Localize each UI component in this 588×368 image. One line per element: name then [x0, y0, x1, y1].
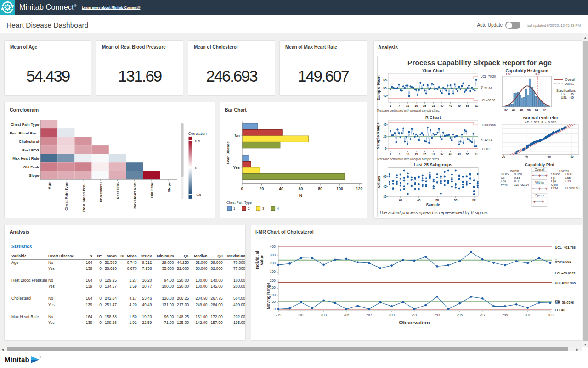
svg-text:31: 31: [432, 104, 435, 107]
svg-text:61: 61: [475, 104, 478, 107]
svg-text:20: 20: [383, 135, 387, 138]
svg-text:LSL: LSL: [506, 72, 511, 76]
svg-text:Last 25 Subgroups: Last 25 Subgroups: [414, 162, 452, 167]
svg-text:The actual process spread is r: The actual process spread is represented…: [379, 210, 488, 215]
svg-text:48: 48: [520, 108, 523, 112]
svg-text:0: 0: [274, 307, 276, 311]
svg-text:20: 20: [502, 155, 506, 158]
svg-text:Process Capability Sixpack Rep: Process Capability Sixpack Report for Ag…: [407, 59, 552, 67]
svg-text:80: 80: [318, 186, 322, 191]
svg-text:60: 60: [383, 175, 387, 178]
svg-text:Tests are performed with unequ: Tests are performed with unequal sample …: [377, 109, 440, 112]
svg-text:0.39: 0.39: [514, 179, 520, 183]
svg-text:LCL=89.6197: LCL=89.6197: [555, 271, 575, 275]
svg-text:40: 40: [279, 186, 283, 191]
svg-text:60: 60: [299, 186, 303, 191]
svg-text:301: 301: [525, 313, 531, 317]
svg-text:N: N: [299, 193, 303, 198]
svg-text:UCL=403.766: UCL=403.766: [555, 245, 576, 250]
svg-text:0: 0: [241, 186, 243, 191]
svg-text:299: 299: [502, 313, 508, 317]
svg-text:Minitab: Minitab: [5, 356, 29, 363]
svg-text:137752.64: 137752.64: [514, 183, 529, 186]
svg-text:Slope: Slope: [167, 182, 171, 192]
svg-text:7: 7: [398, 152, 400, 156]
svg-text:400: 400: [270, 245, 276, 249]
svg-text:35: 35: [570, 92, 574, 95]
svg-text:100: 100: [336, 186, 343, 191]
svg-text:*: *: [565, 183, 566, 186]
svg-text:50: 50: [435, 198, 439, 201]
svg-text:Observation: Observation: [399, 320, 430, 325]
svg-text:Sample Mean: Sample Mean: [376, 75, 381, 100]
svg-text:USL: USL: [561, 96, 567, 99]
svg-text:1: 1: [390, 104, 391, 107]
svg-text:Old Peak: Old Peak: [150, 182, 154, 198]
svg-text:UCL=70.20: UCL=70.20: [481, 75, 496, 78]
svg-text:40: 40: [399, 198, 402, 201]
svg-text:UCL=39.66: UCL=39.66: [481, 123, 496, 127]
svg-text:20: 20: [260, 186, 264, 191]
svg-text:291: 291: [412, 313, 418, 317]
svg-text:Cholesterol: Cholesterol: [19, 139, 39, 144]
svg-text:297: 297: [480, 313, 486, 317]
svg-text:55: 55: [466, 152, 469, 156]
svg-text:150: 150: [270, 285, 276, 290]
svg-text:Age: Age: [47, 182, 51, 189]
svg-text:31: 31: [432, 152, 435, 156]
svg-text:Rest ECG: Rest ECG: [116, 182, 120, 199]
svg-text:19: 19: [414, 152, 418, 156]
svg-text:Chest Pain Type: Chest Pain Type: [11, 123, 39, 127]
svg-text:45: 45: [383, 94, 387, 97]
svg-text:43: 43: [449, 152, 452, 156]
svg-text:Normal Prob Plot: Normal Prob Plot: [523, 116, 558, 120]
svg-text:50: 50: [272, 300, 276, 304]
svg-text:45: 45: [383, 185, 387, 188]
svg-text:R Chart: R Chart: [425, 115, 441, 120]
svg-text:13: 13: [406, 152, 410, 156]
svg-text:283: 283: [321, 313, 327, 317]
svg-text:100: 100: [270, 293, 276, 297]
svg-text:200: 200: [270, 261, 276, 265]
svg-text:LCL=0: LCL=0: [555, 308, 565, 312]
svg-text:13: 13: [406, 104, 410, 107]
svg-text:49: 49: [458, 104, 461, 107]
svg-text:Yes: Yes: [233, 165, 240, 170]
svg-text:9.039: 9.039: [565, 173, 572, 176]
svg-text:55: 55: [383, 86, 387, 89]
svg-text:3: 3: [262, 206, 264, 211]
svg-text:61: 61: [475, 152, 478, 156]
svg-text:LCL=38.68: LCL=38.68: [481, 99, 495, 102]
svg-text:55: 55: [454, 198, 458, 201]
svg-text:IndividualValue: IndividualValue: [255, 251, 264, 269]
svg-text:19: 19: [414, 104, 418, 107]
svg-text:Within: Within: [535, 181, 544, 184]
svg-text:Specs: Specs: [535, 194, 544, 197]
svg-text:0.55: 0.55: [565, 176, 571, 179]
svg-text:300: 300: [270, 253, 276, 257]
svg-text:120: 120: [356, 186, 363, 191]
svg-text:295: 295: [457, 313, 463, 317]
svg-text:293: 293: [434, 313, 440, 317]
svg-text:32: 32: [504, 108, 508, 112]
svg-text:PPM: PPM: [551, 186, 558, 190]
svg-text:Heart Disease: Heart Disease: [226, 141, 230, 164]
svg-text:-0.5: -0.5: [195, 193, 202, 197]
svg-text:56: 56: [527, 108, 531, 112]
svg-text:Overall: Overall: [565, 78, 576, 81]
svg-text:9.058: 9.058: [514, 173, 522, 176]
svg-text:Within: Within: [510, 169, 519, 173]
svg-text:137068.58: 137068.58: [565, 186, 579, 190]
svg-text:2: 2: [248, 206, 250, 211]
svg-text:0: 0: [385, 147, 387, 150]
svg-text:65: 65: [570, 96, 574, 99]
svg-text:Rest Blood Pre...: Rest Blood Pre...: [82, 182, 86, 212]
svg-text:0: 0: [195, 166, 198, 170]
svg-text:Rest ECG: Rest ECG: [22, 148, 39, 152]
svg-text:Chest Pain Type: Chest Pain Type: [226, 201, 252, 205]
svg-text:285: 285: [344, 313, 350, 317]
svg-text:Overall: Overall: [535, 168, 545, 171]
svg-text:MR=59.0596: MR=59.0596: [555, 301, 574, 305]
svg-text:Rest Blood Pre...: Rest Blood Pre...: [10, 131, 39, 135]
svg-text:R=15.41: R=15.41: [481, 138, 492, 141]
